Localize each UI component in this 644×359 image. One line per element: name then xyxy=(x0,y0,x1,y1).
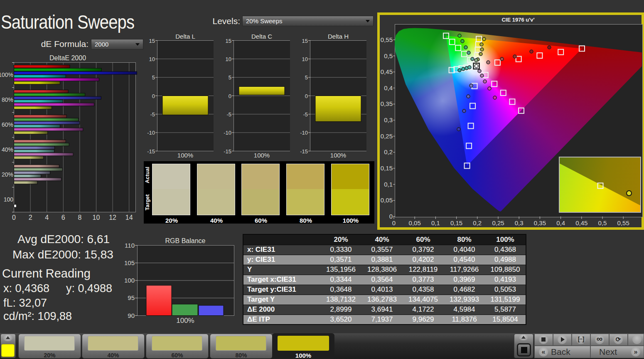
svg-text:RGB Balance: RGB Balance xyxy=(165,237,206,244)
svg-text:0,05: 0,05 xyxy=(381,197,393,204)
svg-text:0,1: 0,1 xyxy=(384,181,393,188)
svg-text:40%: 40% xyxy=(2,146,13,153)
svg-text:-10: -10 xyxy=(224,130,231,136)
svg-text:0,55: 0,55 xyxy=(381,36,393,43)
svg-text:0: 0 xyxy=(392,219,396,226)
svg-text:-10: -10 xyxy=(300,130,308,136)
svg-text:15: 15 xyxy=(149,38,155,44)
svg-text:0,15: 0,15 xyxy=(450,219,462,226)
svg-text:0,2: 0,2 xyxy=(473,219,482,226)
svg-text:Delta C: Delta C xyxy=(251,33,272,40)
svg-text:0,1: 0,1 xyxy=(431,219,440,226)
svg-text:-15: -15 xyxy=(300,148,308,155)
svg-text:100%: 100% xyxy=(0,71,13,78)
svg-text:0: 0 xyxy=(305,93,308,99)
svg-text:0,4: 0,4 xyxy=(556,219,565,226)
svg-text:10: 10 xyxy=(226,56,231,62)
svg-text:-5: -5 xyxy=(150,111,155,118)
svg-text:100%: 100% xyxy=(330,152,346,158)
svg-text:0,15: 0,15 xyxy=(381,165,393,172)
svg-text:0,45: 0,45 xyxy=(381,68,393,75)
svg-text:15: 15 xyxy=(226,38,231,44)
svg-text:0,5: 0,5 xyxy=(598,219,607,226)
svg-text:-5: -5 xyxy=(303,111,308,118)
svg-text:0,2: 0,2 xyxy=(384,148,393,155)
svg-text:-15: -15 xyxy=(147,148,155,155)
svg-text:0,45: 0,45 xyxy=(575,219,587,226)
svg-text:Delta H: Delta H xyxy=(328,33,349,40)
svg-text:0: 0 xyxy=(12,214,16,221)
svg-text:0,25: 0,25 xyxy=(492,219,504,226)
svg-text:100%: 100% xyxy=(177,152,193,158)
svg-text:8: 8 xyxy=(78,214,81,221)
svg-text:12: 12 xyxy=(109,214,116,221)
svg-text:0: 0 xyxy=(229,93,231,99)
svg-text:20%: 20% xyxy=(2,171,13,178)
svg-text:4: 4 xyxy=(45,214,49,221)
svg-text:100: 100 xyxy=(125,277,135,284)
svg-text:80%: 80% xyxy=(2,96,13,103)
svg-text:0,35: 0,35 xyxy=(534,219,546,226)
svg-text:Delta L: Delta L xyxy=(175,33,195,40)
svg-text:0,5: 0,5 xyxy=(384,52,393,59)
svg-text:110: 110 xyxy=(125,242,135,249)
svg-text:10: 10 xyxy=(149,56,155,62)
svg-text:DeltaE 2000: DeltaE 2000 xyxy=(49,54,86,61)
svg-text:2: 2 xyxy=(29,214,32,221)
svg-text:6: 6 xyxy=(61,214,65,221)
svg-text:-10: -10 xyxy=(147,130,155,136)
svg-text:100: 100 xyxy=(4,196,14,203)
svg-text:14: 14 xyxy=(125,214,133,221)
svg-text:10: 10 xyxy=(302,56,308,62)
svg-text:0,4: 0,4 xyxy=(384,84,393,91)
svg-text:5: 5 xyxy=(229,74,231,81)
svg-text:0: 0 xyxy=(389,213,393,220)
svg-text:105: 105 xyxy=(125,259,135,266)
svg-text:60%: 60% xyxy=(2,121,13,128)
svg-text:95: 95 xyxy=(128,294,135,301)
svg-text:0: 0 xyxy=(152,93,155,99)
svg-text:15: 15 xyxy=(302,38,308,44)
svg-text:0,3: 0,3 xyxy=(515,219,524,226)
svg-text:0,35: 0,35 xyxy=(381,100,393,107)
svg-text:90: 90 xyxy=(128,312,135,319)
svg-text:100%: 100% xyxy=(254,152,270,158)
svg-text:0,55: 0,55 xyxy=(617,219,629,226)
svg-text:5: 5 xyxy=(152,74,155,81)
svg-text:10: 10 xyxy=(93,214,100,221)
svg-text:0,25: 0,25 xyxy=(381,133,393,140)
svg-text:100%: 100% xyxy=(176,317,194,325)
svg-text:0,05: 0,05 xyxy=(409,219,421,226)
svg-text:-5: -5 xyxy=(226,111,231,118)
svg-text:5: 5 xyxy=(305,74,308,81)
svg-text:0,3: 0,3 xyxy=(384,116,393,123)
svg-text:-15: -15 xyxy=(224,148,231,155)
